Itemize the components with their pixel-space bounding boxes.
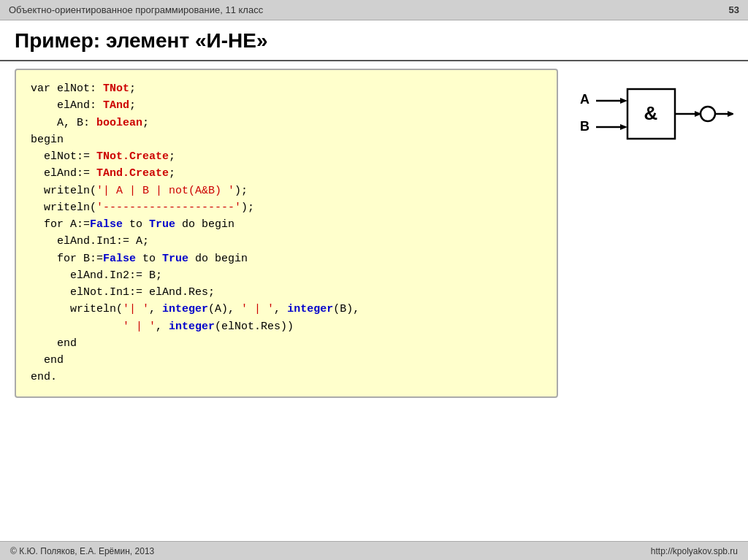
code-token: end (44, 354, 64, 367)
code-token: elNot.In1:= elAnd.Res; (70, 286, 215, 299)
code-line: writeln('| A | B | not(A&B) '); (31, 183, 542, 199)
code-line: end (31, 352, 542, 369)
code-token: elAnd.In2:= B; (70, 269, 162, 282)
code-token: False (90, 218, 123, 231)
code-token: end (57, 337, 77, 350)
code-token: integer (169, 321, 215, 333)
code-token: var (31, 83, 57, 95)
code-token: TNot (103, 83, 129, 95)
diagram-area: A B & (573, 69, 733, 156)
code-block: var elNot: TNot; elAnd: TAnd; A, B: bool… (15, 69, 558, 398)
code-line: end. (31, 369, 542, 386)
code-token: elAnd:= (44, 167, 96, 180)
code-token: elNot:= (44, 150, 96, 163)
svg-marker-5 (620, 124, 627, 130)
svg-text:&: & (644, 102, 658, 124)
code-line: end (31, 335, 542, 352)
code-line: elAnd: TAnd; (31, 97, 542, 114)
code-line: elAnd.In2:= B; (31, 267, 542, 284)
code-line: elNot.In1:= elAnd.Res; (31, 284, 542, 301)
code-line: elAnd:= TAnd.Create; (31, 165, 542, 182)
code-token: elNot: (57, 83, 103, 95)
content-area: var elNot: TNot; elAnd: TAnd; A, B: bool… (0, 61, 748, 541)
footer-right: http://kpolyakov.spb.ru (651, 546, 738, 556)
code-token: elAnd: (57, 99, 103, 112)
code-token: for (44, 218, 70, 231)
code-token: '| ' (123, 303, 149, 315)
code-token: (A), (208, 303, 241, 315)
code-token: ; (142, 117, 149, 129)
code-token: TNot.Create (96, 150, 169, 163)
svg-text:A: A (580, 92, 589, 107)
code-token: , (156, 321, 169, 333)
code-line: begin (31, 131, 542, 148)
code-token: '--------------------' (96, 202, 241, 214)
code-line: ' | ', integer(elNot.Res)) (31, 318, 542, 335)
code-token: ; (169, 167, 175, 180)
code-token: B:= (83, 253, 103, 265)
svg-point-10 (701, 107, 715, 121)
code-token: False (103, 253, 136, 265)
footer-left: © К.Ю. Поляков, Е.А. Ерёмин, 2013 (10, 546, 154, 556)
code-token: writeln( (70, 303, 123, 315)
code-line: A, B: boolean; (31, 115, 542, 131)
code-token: for (57, 253, 83, 265)
code-token: do begin (188, 253, 248, 265)
code-token: boolean (96, 117, 142, 129)
footer-bar: © К.Ю. Поляков, Е.А. Ерёмин, 2013 http:/… (0, 541, 748, 560)
code-token: TAnd (103, 99, 129, 112)
header-title: Объектно-ориентированное программировани… (9, 4, 263, 15)
code-line: for B:=False to True do begin (31, 250, 542, 267)
svg-marker-3 (620, 98, 627, 104)
code-token: , (274, 303, 287, 315)
code-line: elNot:= TNot.Create; (31, 148, 542, 165)
header-page: 53 (729, 4, 739, 15)
code-line: writeln('| ', integer(A), ' | ', integer… (31, 301, 542, 318)
code-token: TAnd.Create (96, 167, 169, 180)
code-token: (B), (333, 303, 359, 315)
code-token: True (162, 253, 188, 265)
code-token: writeln( (44, 202, 96, 214)
code-line: var elNot: TNot; (31, 80, 542, 97)
code-token: ); (234, 185, 248, 197)
logic-diagram: A B & (573, 76, 733, 156)
svg-marker-12 (728, 111, 733, 117)
code-token: writeln( (44, 185, 96, 197)
code-token: , (149, 303, 162, 315)
slide-title: Пример: элемент «И-НЕ» (0, 20, 748, 61)
code-token: elAnd.In1:= A; (57, 235, 149, 248)
code-token: begin (31, 134, 64, 146)
code-token: '| A | B | not(A&B) ' (96, 185, 234, 197)
code-token: to (123, 218, 149, 231)
code-line: for A:=False to True do begin (31, 216, 542, 233)
code-line: writeln('--------------------'); (31, 199, 542, 216)
code-token: integer (162, 303, 208, 315)
code-line: elAnd.In1:= A; (31, 233, 542, 250)
code-token: ); (241, 202, 254, 214)
code-token: end. (31, 371, 57, 383)
code-token: ; (169, 150, 175, 163)
page: Объектно-ориентированное программировани… (0, 0, 748, 560)
header-bar: Объектно-ориентированное программировани… (0, 0, 748, 20)
code-token: True (149, 218, 175, 231)
code-token: to (136, 253, 162, 265)
code-token: A:= (70, 218, 90, 231)
svg-text:B: B (580, 119, 589, 134)
code-token: ' | ' (123, 321, 156, 333)
code-token: A, B: (57, 117, 96, 129)
code-token: do begin (175, 218, 234, 231)
code-diagram-wrapper: var elNot: TNot; elAnd: TAnd; A, B: bool… (15, 69, 733, 398)
code-token: (elNot.Res)) (215, 321, 294, 333)
code-token: ; (129, 99, 136, 112)
code-token: integer (287, 303, 333, 315)
code-token: ; (129, 83, 136, 95)
code-token: ' | ' (241, 303, 274, 315)
